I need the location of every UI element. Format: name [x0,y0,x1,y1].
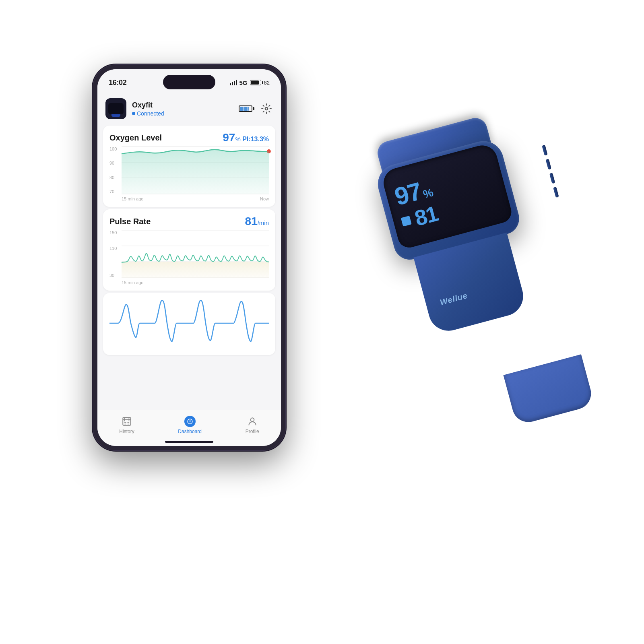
svg-point-19 [190,421,190,422]
status-icons: 5G 82 [230,79,270,86]
pulse-chart-svg [122,230,269,278]
nav-item-history[interactable]: History [111,414,142,436]
device-battery-outer [239,105,252,112]
pulse-chart-header: Pulse Rate 81/min [109,215,269,228]
status-time: 16:02 [109,78,127,87]
pulse-reading: 81 [413,202,440,229]
oxygen-values: 97% PI:13.3% [223,131,269,144]
pulse-x-labels: 15 min ago [122,279,269,287]
device-header: Oxyfit Connected [97,93,281,123]
device-info: Oxyfit Connected [105,98,164,119]
dashboard-icon [184,416,196,427]
pulse-values: 81/min [245,215,269,228]
phone: 16:02 5G 82 [93,64,286,451]
device-thumbnail [105,98,126,119]
battery-seg-1 [244,106,244,111]
signal-bars-icon [230,80,237,85]
device-actions [239,102,273,115]
connected-dot-icon [132,112,135,115]
pulse-x-left: 15 min ago [122,280,143,285]
device-icon-inner [108,103,124,114]
wave-area [109,297,269,349]
grip-ridges [542,145,559,198]
pulse-y-30: 30 [109,273,122,278]
dynamic-island [163,75,215,89]
oxygen-x-left: 15 min ago [122,196,143,201]
scene: 16:02 5G 82 [80,40,564,604]
pulse-value: 81 [245,215,258,227]
oxygen-y-100: 100 [109,147,122,151]
profile-label: Profile [246,429,259,434]
pulse-unit: /min [258,219,269,226]
device-status: Connected [132,110,164,117]
svg-point-0 [265,107,268,110]
oxygen-y-labels: 100 90 80 70 [109,147,122,194]
grip-ridge-4 [553,187,559,198]
oxygen-chart-header: Oxygen Level 97% PI:13.3% [109,131,269,144]
svg-point-20 [250,418,254,421]
oxygen-chart-section: Oxygen Level 97% PI:13.3% 100 90 80 70 [103,126,275,207]
grip-ridge-1 [542,145,547,156]
svg-rect-10 [123,417,131,425]
battery-fill [251,80,259,85]
pulse-title: Pulse Rate [109,217,151,226]
oxygen-unit: % [235,136,240,142]
grip-ridge-3 [549,173,555,184]
device-text: Oxyfit Connected [132,101,164,117]
signal-bar-1 [230,83,231,85]
pulse-y-150: 150 [109,230,122,235]
home-indicator [165,441,213,443]
oximeter-device: 97% 81 Wellue [336,95,622,380]
settings-button[interactable] [260,102,273,115]
oxygen-y-70: 70 [109,189,122,194]
history-icon [121,416,132,427]
nav-item-dashboard[interactable]: Dashboard [170,414,210,436]
battery-container: 82 [250,80,270,86]
device-name: Oxyfit [132,101,164,109]
nav-item-profile[interactable]: Profile [237,414,267,436]
pulse-chart-section: Pulse Rate 81/min 150 110 30 [103,209,275,291]
wave-svg [109,297,269,349]
oxygen-pi: PI:13.3% [242,136,269,142]
oxygen-y-80: 80 [109,175,122,180]
battery-seg-2 [248,106,248,111]
oxygen-x-right: Now [260,196,269,201]
device-status-label: Connected [137,110,164,117]
signal-bar-3 [234,81,235,85]
spo2-unit: % [422,186,435,201]
oxygen-chart-svg [122,147,269,194]
wave-chart-section [103,293,275,355]
pulse-y-110: 110 [109,246,122,251]
history-label: History [119,429,134,434]
signal-bar-2 [232,82,233,85]
oxygen-x-labels: 15 min ago Now [122,195,269,203]
screen-content[interactable]: Oxyfit Connected [97,93,281,410]
pulse-chart-svg-wrap [122,230,269,278]
profile-icon [247,416,258,427]
grip-ridge-2 [546,159,551,169]
oxygen-title: Oxygen Level [109,133,162,142]
oxygen-value: 97 [223,131,235,144]
phone-screen: 16:02 5G 82 [97,69,281,446]
oxygen-chart-area: 100 90 80 70 [109,147,269,203]
dashboard-label: Dashboard [178,429,202,434]
oxygen-chart-svg-wrap [122,147,269,194]
oxygen-y-90: 90 [109,161,122,165]
gear-icon [261,103,272,114]
network-type: 5G [239,79,248,86]
signal-bar-4 [236,80,237,85]
pulse-y-labels: 150 110 30 [109,230,122,278]
clip-bottom-inner [504,354,595,425]
battery-percent: 82 [264,80,270,86]
battery-tip [262,81,263,84]
device-battery-tip [253,107,254,110]
pulse-square-icon [401,216,412,227]
pulse-chart-area: 150 110 30 [109,230,269,287]
battery-icon [250,80,261,85]
device-display: 97% 81 [383,152,511,240]
device-battery-icon [239,105,254,112]
